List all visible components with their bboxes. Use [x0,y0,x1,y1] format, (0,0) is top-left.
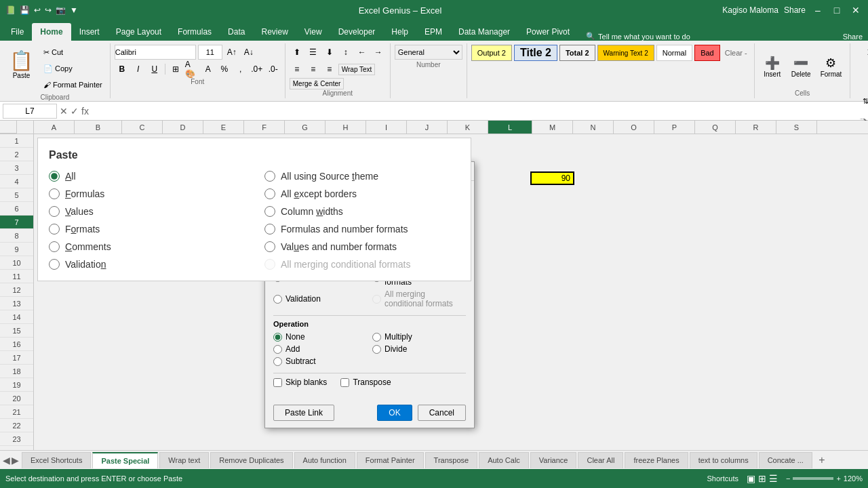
paste-option-comments[interactable]: Comments [49,241,244,252]
tab-page-layout[interactable]: Page Layout [108,23,170,41]
wrap-text-btn[interactable]: Wrap Text [338,64,376,75]
align-left-btn[interactable]: ≡ [290,62,304,77]
italic-button[interactable]: I [131,62,146,77]
underline-button[interactable]: U [147,62,162,77]
tab-data[interactable]: Data [220,23,253,41]
increase-decimal-btn[interactable]: .0+ [250,62,264,77]
align-middle-btn[interactable]: ☰ [306,45,321,60]
tab-home[interactable]: Home [32,23,71,41]
style-normal[interactable]: Normal [656,45,692,61]
sheet-next-btn[interactable]: ▶ [12,455,19,466]
align-center-btn[interactable]: ≡ [306,62,321,77]
sheet-tab-nav[interactable]: ◀ ▶ [3,455,19,466]
align-right-btn[interactable]: ≡ [322,62,337,77]
quick-redo[interactable]: ↪ [45,5,52,15]
decrease-font-btn[interactable]: A↓ [241,45,256,60]
col-header-p[interactable]: P [654,121,695,134]
tab-data-manager[interactable]: Data Manager [450,23,518,41]
sheet-tab-variance[interactable]: Variance [530,452,577,468]
tell-me[interactable]: 🔍 Tell me what you want to do [586,32,690,41]
row-4[interactable]: 4 [0,175,33,188]
copy-button[interactable]: 📄Copy [40,61,106,76]
sheet-tab-auto-calc[interactable]: Auto Calc [479,452,529,468]
paste-option-all-except[interactable]: All except borders [264,188,460,199]
sheet-tab-clear-all[interactable]: Clear All [578,452,623,468]
tab-epm[interactable]: EPM [416,23,450,41]
col-header-q[interactable]: Q [695,121,736,134]
col-header-j[interactable]: J [407,121,448,134]
style-title2[interactable]: Title 2 [514,45,557,61]
quick-more[interactable]: ▼ [70,5,78,15]
style-bad[interactable]: Bad [694,45,720,61]
font-size-input[interactable] [198,45,222,60]
paste-option-values[interactable]: Values [49,206,244,217]
col-header-h[interactable]: H [326,121,366,134]
row-23[interactable]: 23 [0,432,33,446]
row-16[interactable]: 16 [0,338,33,351]
style-output2[interactable]: Output 2 [471,45,512,61]
paste-option-formats[interactable]: Formats [49,224,244,235]
dialog-op-none[interactable]: None [273,332,367,342]
row-17[interactable]: 17 [0,351,33,365]
paste-formats-radio[interactable] [49,224,60,235]
sheet-tab-remove-duplicates[interactable]: Remove Duplicates [210,452,292,468]
add-sheet-button[interactable]: + [814,452,830,468]
row-5[interactable]: 5 [0,188,33,202]
row-22[interactable]: 22 [0,419,33,432]
dialog-op-divide[interactable]: Divide [372,344,466,354]
percent-btn[interactable]: % [217,62,232,77]
style-warning-text2[interactable]: Warning Text 2 [597,45,654,61]
comma-btn[interactable]: , [233,62,248,77]
tab-file[interactable]: File [3,23,32,41]
row-6[interactable]: 6 [0,202,33,216]
row-9[interactable]: 9 [0,243,33,256]
tab-review[interactable]: Review [253,23,296,41]
row-19[interactable]: 19 [0,378,33,392]
close-btn[interactable]: ✕ [849,3,863,17]
tab-insert[interactable]: Insert [71,23,108,41]
font-name-input[interactable] [115,45,196,60]
row-20[interactable]: 20 [0,392,33,405]
paste-comments-radio[interactable] [49,241,60,252]
zoom-bar[interactable] [793,477,833,480]
font-color-button[interactable]: A [201,62,216,77]
paste-all-except-radio[interactable] [264,188,275,199]
tab-formulas[interactable]: Formulas [170,23,220,41]
delete-button[interactable]: ➖ Delete [787,46,815,87]
col-header-a[interactable]: A [34,121,75,134]
col-header-f[interactable]: F [244,121,285,134]
dialog-op-multiply[interactable]: Multiply [372,332,466,342]
text-direction-btn[interactable]: ↕ [338,45,353,60]
quick-screenshot[interactable]: 📷 [56,5,66,15]
cancel-button[interactable]: Cancel [418,405,466,421]
paste-option-col-widths[interactable]: Column widths [264,206,460,217]
sheet-tab-auto-function[interactable]: Auto function [294,452,355,468]
sheet-tab-text-to-columns[interactable]: text to columns [690,452,757,468]
page-break-icon[interactable]: ☰ [769,473,778,484]
row-15[interactable]: 15 [0,324,33,338]
normal-view-icon[interactable]: ▣ [747,473,755,484]
sheet-tab-wrap-text[interactable]: Wrap text [159,452,209,468]
paste-link-button[interactable]: Paste Link [273,405,334,421]
row-8[interactable]: 8 [0,229,33,243]
confirm-formula-icon[interactable]: ✓ [71,106,79,117]
col-header-d[interactable]: D [163,121,203,134]
share-btn[interactable]: Share [784,5,806,15]
col-header-b[interactable]: B [75,121,122,134]
bold-button[interactable]: B [115,62,130,77]
zoom-out-btn[interactable]: − [786,474,790,483]
row-1[interactable]: 1 [0,134,33,148]
page-layout-icon[interactable]: ⊞ [758,473,766,484]
dialog-op-subtract[interactable]: Subtract [273,357,367,366]
col-header-l[interactable]: L [488,121,532,134]
format-button[interactable]: ⚙ Format [816,46,846,87]
paste-validation-radio[interactable] [49,259,60,270]
transpose-checkbox[interactable] [340,378,349,387]
formula-input[interactable] [92,104,865,119]
name-box[interactable] [3,104,57,119]
dialog-paste-validation[interactable]: Validation [273,289,367,308]
row-10[interactable]: 10 [0,256,33,270]
row-3[interactable]: 3 [0,161,33,175]
col-header-c[interactable]: C [122,121,163,134]
sheet-tab-excel-shortcuts[interactable]: Excel Shortcuts [22,452,91,468]
